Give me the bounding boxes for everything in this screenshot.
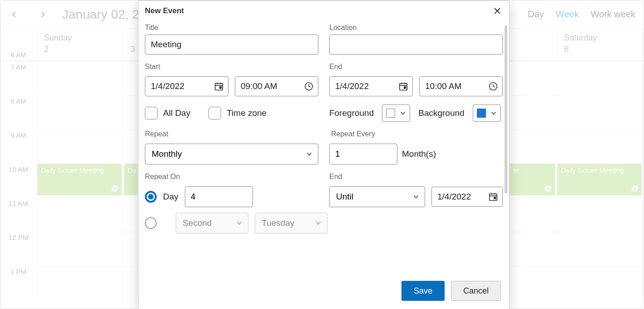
foreground-picker[interactable] (382, 105, 410, 122)
repeat-on-day-radio[interactable] (145, 191, 157, 203)
foreground-label: Foreground (329, 108, 374, 118)
end-type-select[interactable]: Until (329, 186, 425, 207)
end-time-input[interactable] (419, 76, 503, 96)
location-label: Location (329, 24, 503, 32)
repeat-label: Repeat (145, 130, 318, 138)
color-swatch-white (386, 109, 395, 118)
repeat-every-input[interactable] (329, 144, 397, 164)
location-input[interactable] (329, 35, 503, 55)
repeat-end-label: End (329, 173, 503, 181)
scrollbar[interactable] (505, 25, 507, 194)
end-label: End (329, 63, 503, 71)
months-suffix: Month(s) (402, 149, 436, 159)
ordinal-select[interactable]: Second (176, 213, 248, 234)
repeat-select[interactable]: Monthly (145, 144, 318, 164)
calendar-app: January 02, 2022 Month Day Week Work wee… (0, 0, 644, 309)
timezone-label: Time zone (227, 108, 267, 118)
dialog-title: New Event (145, 6, 184, 15)
background-label: Background (418, 108, 464, 118)
repeat-on-ordinal-radio[interactable] (145, 217, 157, 229)
weekday-select[interactable]: Tuesday (255, 213, 327, 234)
title-input[interactable] (145, 35, 318, 55)
repeat-every-label: Repeat Every (329, 130, 503, 138)
start-label: Start (145, 63, 318, 71)
close-button[interactable] (491, 5, 504, 17)
cancel-button[interactable]: Cancel (451, 281, 501, 301)
timezone-checkbox[interactable] (208, 107, 221, 120)
title-label: Title (145, 24, 318, 32)
start-date-input[interactable] (145, 76, 228, 96)
repeat-on-day-label: Day (163, 192, 178, 202)
repeat-on-label: Repeat On (145, 173, 318, 181)
background-picker[interactable] (473, 105, 501, 122)
save-button[interactable]: Save (401, 281, 445, 301)
all-day-checkbox[interactable] (145, 107, 158, 120)
repeat-on-day-input[interactable] (185, 186, 253, 207)
until-date-input[interactable] (431, 187, 503, 207)
start-time-input[interactable] (235, 76, 318, 96)
end-date-input[interactable] (329, 76, 413, 96)
new-event-dialog: New Event Title Location Start (138, 0, 510, 309)
all-day-label: All Day (163, 108, 190, 118)
color-swatch-blue (477, 109, 486, 118)
dialog-footer: Save Cancel (139, 274, 509, 309)
